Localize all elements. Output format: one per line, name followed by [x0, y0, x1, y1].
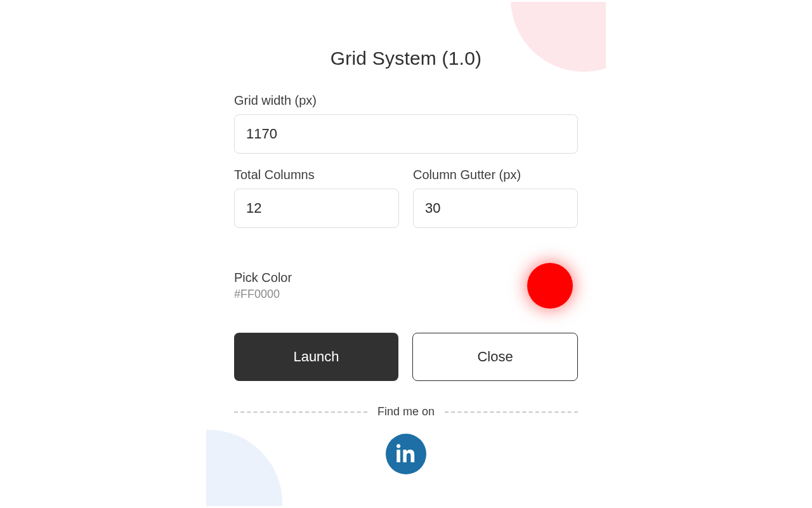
grid-width-input[interactable]: [234, 114, 578, 154]
total-columns-input[interactable]: [234, 189, 399, 228]
grid-system-panel: Grid System (1.0) Grid width (px) Total …: [206, 2, 606, 506]
button-row: Launch Close: [234, 333, 578, 381]
grid-width-field: Grid width (px): [234, 93, 578, 154]
divider-right: [445, 411, 578, 413]
launch-button[interactable]: Launch: [234, 333, 398, 381]
linkedin-button[interactable]: [386, 434, 426, 474]
close-button[interactable]: Close: [412, 333, 578, 381]
color-picker-value: #FF0000: [234, 288, 292, 301]
panel-title: Grid System (1.0): [234, 48, 578, 69]
column-gutter-label: Column Gutter (px): [413, 168, 578, 182]
total-columns-label: Total Columns: [234, 168, 399, 182]
color-swatch[interactable]: [527, 263, 573, 309]
columns-row: Total Columns Column Gutter (px): [234, 168, 578, 228]
grid-width-label: Grid width (px): [234, 93, 578, 108]
divider-left: [234, 411, 367, 413]
divider-text: Find me on: [377, 405, 435, 418]
color-picker-text: Pick Color #FF0000: [234, 271, 292, 301]
color-picker-row: Pick Color #FF0000: [234, 263, 578, 309]
social-row: [234, 434, 578, 474]
column-gutter-field: Column Gutter (px): [413, 168, 578, 228]
color-picker-label: Pick Color: [234, 271, 292, 285]
footer-divider: Find me on: [234, 405, 578, 418]
linkedin-icon: [396, 443, 416, 465]
column-gutter-input[interactable]: [413, 189, 578, 228]
panel-content: Grid System (1.0) Grid width (px) Total …: [206, 2, 606, 474]
total-columns-field: Total Columns: [234, 168, 399, 228]
